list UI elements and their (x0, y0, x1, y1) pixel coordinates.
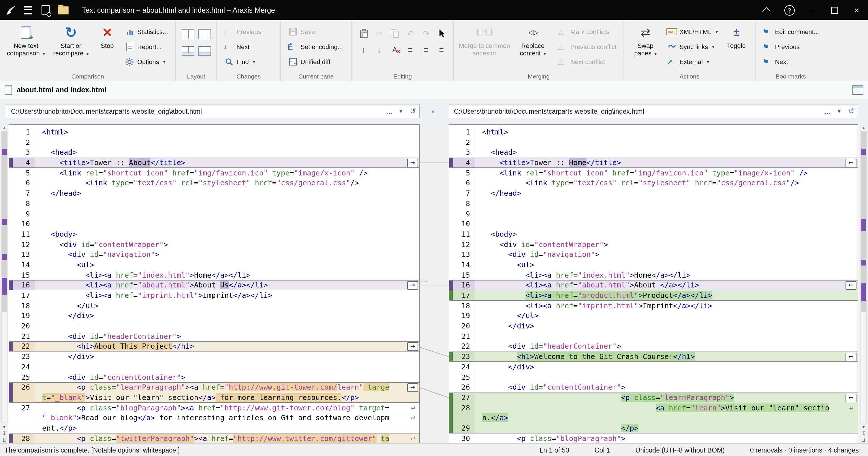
code-line[interactable]: 5 <link rel="shortcut icon" href="img/fa… (9, 168, 419, 178)
sync-links-button[interactable]: Sync links ▾ (664, 39, 721, 54)
line-number-gutter[interactable]: 19 (9, 311, 35, 321)
code-text[interactable]: <div id="navigation"> (35, 250, 419, 260)
code-text[interactable] (35, 321, 419, 331)
code-line[interactable]: 5 <link rel="shortcut icon" href="img/fa… (449, 168, 858, 178)
code-line[interactable]: 26 <p class="learnParagraph"><a href="ht… (9, 382, 419, 392)
line-number-gutter[interactable]: 9 (449, 209, 475, 219)
code-text[interactable]: </div> (35, 351, 419, 362)
code-line[interactable]: 3 <head> (9, 147, 419, 158)
code-line[interactable]: 14 <ul> (9, 260, 419, 270)
code-line[interactable]: 21 <div id="headerContainer"> (9, 331, 419, 341)
line-number-gutter[interactable]: 21 (9, 331, 35, 341)
line-number-gutter[interactable]: 22 (9, 341, 35, 351)
merge-left-button[interactable]: ← (845, 281, 857, 290)
paste-button[interactable] (356, 25, 371, 41)
code-text[interactable]: <h1>Welcome to the Git Crash Course!</h1… (475, 351, 858, 362)
code-text[interactable]: <li><a href="product.html">Product</a></… (475, 290, 858, 301)
code-line[interactable]: 28 <a href="learn">Visit our "learn" sec… (449, 403, 858, 413)
code-line[interactable]: 20 </div> (449, 321, 858, 331)
open-button[interactable] (54, 0, 71, 20)
line-number-gutter[interactable]: 8 (9, 199, 35, 209)
code-line[interactable]: 2 (449, 137, 858, 147)
code-text[interactable]: </head> (475, 188, 858, 198)
line-number-gutter[interactable]: 23 (449, 351, 475, 362)
browse-more-button[interactable]: … (383, 108, 395, 115)
toggle-button[interactable]: ± Toggle (722, 22, 751, 73)
line-number-gutter[interactable]: 22 (449, 341, 475, 351)
code-line[interactable]: 9 (9, 209, 419, 219)
code-line[interactable]: 3 <head> (449, 147, 858, 158)
code-line[interactable]: 30 <p class="blogParagraph"> (449, 433, 858, 443)
find-button[interactable]: Find ▾ (221, 54, 276, 69)
code-text[interactable]: <head> (35, 147, 419, 158)
code-text[interactable]: <li><a href="index.html">Home</a></li> (475, 270, 858, 280)
spelling-button[interactable]: A× (387, 41, 403, 58)
line-number-gutter[interactable]: 15 (449, 270, 475, 280)
code-line[interactable]: 15 <li><a href="index.html">Home</a></li… (9, 270, 419, 280)
code-text[interactable]: <body> (35, 229, 419, 239)
code-text[interactable] (35, 209, 419, 219)
mark-conflicts-button[interactable]: ⚠ Mark conflicts (555, 24, 619, 39)
layout-two-pane-button[interactable] (180, 27, 195, 42)
line-number-gutter[interactable]: 4 (9, 158, 35, 168)
merge-to-common-ancestor-button[interactable]: Merge to common ancestor (458, 22, 511, 73)
line-number-gutter[interactable]: 20 (9, 321, 35, 331)
code-text[interactable]: </ul> (35, 301, 419, 311)
line-number-gutter[interactable] (9, 423, 35, 433)
path-dropdown-button[interactable]: ▾ (833, 107, 845, 115)
next-change-button[interactable]: ↓ Next (221, 39, 276, 54)
code-text[interactable]: <html> (475, 127, 858, 137)
code-text[interactable]: n.</a> (475, 413, 858, 423)
code-line[interactable]: 28 <p class="twitterParagraph"><a href="… (9, 433, 419, 443)
code-line[interactable]: 11 <body> (449, 229, 858, 239)
layout-three-pane-linked-button[interactable] (197, 43, 212, 59)
line-number-gutter[interactable]: 15 (9, 270, 35, 280)
file-history-button[interactable]: ↺ (845, 107, 858, 115)
line-number-gutter[interactable]: 17 (449, 290, 475, 301)
code-line[interactable]: 27 <p class="learnParagraph">← (449, 393, 858, 403)
code-text[interactable] (475, 209, 858, 219)
code-text[interactable]: </div> (35, 311, 419, 321)
code-text[interactable]: <li><a href="imprint.html">Imprint</a></… (35, 290, 419, 301)
code-text[interactable] (475, 137, 858, 147)
code-line[interactable]: 4 <title>Tower :: Home</title>← (449, 158, 858, 168)
line-number-gutter[interactable]: 5 (9, 168, 35, 178)
code-line[interactable]: 1<html> (449, 127, 858, 137)
code-text[interactable]: <div id="headerContainer"> (475, 341, 858, 351)
code-text[interactable]: <li><a href="about.html">About </a></li> (475, 280, 858, 290)
code-line[interactable]: "_blank">Read our blog</a> for interesti… (9, 413, 419, 423)
line-number-gutter[interactable]: 3 (9, 147, 35, 158)
code-text[interactable]: </ul> (475, 311, 858, 321)
code-line[interactable]: 14 <ul> (449, 260, 858, 270)
line-number-gutter[interactable]: 19 (449, 311, 475, 321)
line-number-gutter[interactable] (449, 413, 475, 423)
last-difference-button[interactable]: ⇊ (861, 437, 867, 444)
stop-button[interactable]: × Stop (94, 22, 121, 73)
code-text[interactable]: </head> (35, 188, 419, 198)
shift-lines-down-button[interactable]: ↓ (371, 41, 387, 58)
code-text[interactable]: <link type="text/css" rel="stylesheet" h… (475, 178, 858, 188)
code-line[interactable]: 24 (9, 362, 419, 372)
xml-html-button[interactable]: XML XML/HTML ▾ (664, 24, 721, 39)
last-difference-button[interactable]: ⇊ (1, 437, 7, 444)
merge-right-button[interactable]: → (407, 383, 418, 392)
code-line[interactable]: 8 (9, 199, 419, 209)
undo-button[interactable]: ↶ (403, 25, 418, 41)
line-operations-button-1[interactable]: ≡ (403, 41, 418, 58)
browse-more-button[interactable]: … (822, 108, 833, 115)
code-text[interactable]: "_blank">Read our blog</a> for interesti… (35, 413, 419, 423)
line-number-gutter[interactable]: 14 (9, 260, 35, 270)
layout-two-pane-linked-button[interactable] (180, 43, 195, 59)
line-number-gutter[interactable]: 25 (449, 372, 475, 382)
merge-right-button[interactable]: → (407, 343, 418, 351)
next-difference-button[interactable]: ↧ (861, 430, 867, 437)
code-line[interactable]: 13 <div id="navigation"> (9, 250, 419, 260)
set-encoding-button[interactable]: É Set encoding... (285, 39, 347, 54)
code-line[interactable]: t="_blank">Visit our "learn" section</a>… (9, 393, 419, 403)
right-code-pane[interactable]: 1<html>23 <head>4 <title>Tower :: Home</… (449, 124, 858, 444)
code-line[interactable]: ent.</p> (9, 423, 419, 433)
line-number-gutter[interactable]: 24 (9, 362, 35, 372)
file-history-button[interactable]: ↺ (407, 107, 419, 115)
previous-bookmark-button[interactable]: ⚑ Previous (759, 39, 822, 54)
code-line[interactable]: 23 <h1>Welcome to the Git Crash Course!<… (449, 351, 858, 362)
